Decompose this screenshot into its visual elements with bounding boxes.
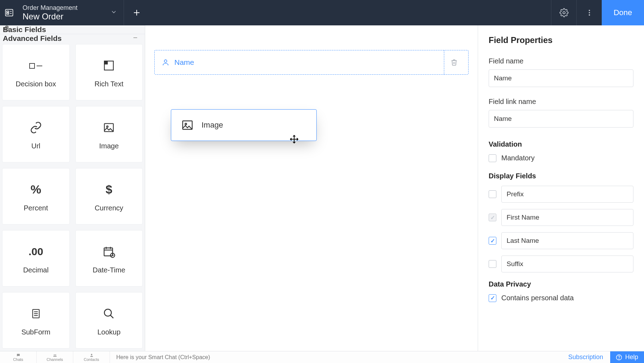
field-tile-lookup[interactable]: Lookup	[75, 292, 143, 349]
settings-button[interactable]	[551, 0, 576, 25]
svg-rect-1	[7, 11, 9, 12]
field-tile-label: Lookup	[97, 328, 120, 336]
display-field-input[interactable]	[501, 209, 633, 226]
mandatory-checkbox[interactable]	[489, 154, 496, 162]
display-fields-title: Display Fields	[489, 172, 633, 180]
field-link-input[interactable]	[489, 110, 633, 128]
done-button[interactable]: Done	[602, 0, 644, 25]
fields-sidebar: Basic Fields Advanced Fields Decision bo…	[0, 25, 145, 351]
richtext-icon	[103, 57, 115, 74]
lookup-icon	[103, 305, 115, 322]
field-tile-datetime[interactable]: Date-Time	[75, 230, 143, 287]
datetime-icon	[103, 243, 115, 260]
field-tile-label: Image	[99, 142, 119, 150]
display-field-input[interactable]	[501, 232, 633, 249]
field-tile-url[interactable]: Url	[2, 106, 70, 162]
field-link-label: Field link name	[489, 98, 633, 106]
subscription-link[interactable]: Subscription	[561, 353, 610, 361]
mandatory-label: Mandatory	[501, 154, 535, 162]
field-tile-subform[interactable]: SubForm	[2, 292, 70, 349]
hand-cursor-icon	[3, 25, 11, 35]
field-tile-decimal[interactable]: .00Decimal	[2, 230, 70, 287]
svg-point-7	[563, 12, 565, 14]
field-properties-panel: Field Properties Field name Field link n…	[478, 25, 644, 351]
svg-point-8	[589, 10, 590, 11]
channels-tab[interactable]: Channels	[37, 351, 73, 363]
field-tile-label: Rich Text	[94, 80, 123, 88]
field-tile-richtext[interactable]: Rich Text	[75, 44, 143, 100]
contacts-tab[interactable]: Contacts	[73, 351, 110, 363]
display-field-input[interactable]	[501, 256, 633, 272]
svg-point-9	[589, 12, 590, 13]
chats-tab[interactable]: Chats	[0, 351, 37, 363]
field-name-label: Field name	[489, 57, 633, 65]
placed-name-field[interactable]: Name	[154, 50, 469, 75]
image-icon	[181, 119, 194, 131]
field-tile-image[interactable]: Image	[75, 106, 143, 162]
display-field-checkbox[interactable]	[489, 260, 496, 268]
field-name-input[interactable]	[489, 69, 633, 87]
svg-point-34	[54, 354, 55, 355]
decision-icon	[29, 57, 43, 74]
privacy-checkbox[interactable]	[489, 294, 496, 302]
basic-fields-header[interactable]: Basic Fields	[0, 25, 145, 34]
privacy-row[interactable]: Contains personal data	[489, 294, 633, 302]
field-tile-decision[interactable]: Decision box	[2, 44, 70, 100]
svg-rect-0	[6, 10, 13, 16]
svg-rect-12	[30, 63, 35, 68]
mandatory-row[interactable]: Mandatory	[489, 154, 633, 162]
field-tile-percent[interactable]: %Percent	[2, 168, 70, 224]
url-icon	[30, 119, 42, 136]
display-field-row	[489, 256, 633, 272]
display-field-checkbox[interactable]	[489, 214, 496, 221]
decimal-icon: .00	[29, 243, 43, 260]
field-tile-label: Currency	[95, 204, 123, 212]
svg-point-38	[619, 358, 619, 359]
svg-rect-18	[104, 248, 113, 256]
subform-icon	[30, 305, 42, 322]
field-tile-label: SubForm	[21, 328, 50, 336]
display-field-row	[489, 209, 633, 226]
svg-point-10	[589, 14, 590, 16]
svg-point-35	[55, 354, 56, 355]
dragging-field-label: Image	[202, 121, 223, 130]
advanced-fields-header[interactable]: Advanced Fields	[0, 34, 145, 43]
top-bar: Order Management New Order Done	[0, 0, 644, 25]
advanced-fields-label: Advanced Fields	[3, 34, 62, 43]
delete-field-button[interactable]	[447, 55, 461, 69]
currency-icon: $	[106, 181, 112, 198]
privacy-label: Contains personal data	[501, 294, 574, 302]
image-icon	[103, 119, 115, 136]
svg-line-30	[111, 315, 114, 318]
display-field-row	[489, 232, 633, 249]
move-cursor-icon	[290, 135, 299, 145]
field-tile-label: Percent	[24, 204, 48, 212]
svg-point-31	[164, 60, 167, 62]
chevron-down-icon[interactable]	[110, 8, 117, 17]
field-tile-label: Decision box	[16, 80, 56, 88]
collapse-icon[interactable]	[132, 34, 138, 43]
svg-rect-15	[105, 61, 108, 64]
more-menu-button[interactable]	[576, 0, 602, 25]
display-field-checkbox[interactable]	[489, 190, 496, 198]
display-field-row	[489, 186, 633, 203]
field-tile-label: Date-Time	[93, 266, 125, 274]
app-title-line2: New Order	[23, 12, 78, 21]
app-title-line1: Order Management	[23, 4, 78, 12]
field-tiles-grid: Decision boxRich TextUrlImage%Percent$Cu…	[0, 43, 145, 354]
svg-point-29	[105, 309, 112, 316]
bottom-bar: Chats Channels Contacts Subscription Hel…	[0, 351, 644, 363]
validation-title: Validation	[489, 140, 633, 148]
display-field-checkbox[interactable]	[489, 237, 496, 245]
add-button[interactable]	[124, 0, 149, 25]
placed-field-label: Name	[174, 58, 441, 67]
app-title-dropdown[interactable]: Order Management New Order	[18, 0, 124, 25]
smart-chat-input[interactable]	[110, 351, 561, 363]
field-tile-currency[interactable]: $Currency	[75, 168, 143, 224]
field-tile-label: Decimal	[23, 266, 49, 274]
app-logo-icon[interactable]	[0, 0, 18, 25]
display-field-input[interactable]	[501, 186, 633, 203]
person-icon	[162, 59, 169, 66]
svg-rect-2	[7, 13, 9, 14]
help-button[interactable]: Help	[610, 351, 644, 363]
